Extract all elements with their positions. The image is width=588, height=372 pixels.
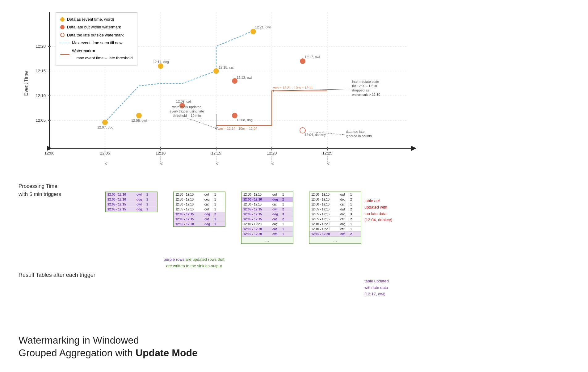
svg-text:dropped as: dropped as	[352, 88, 369, 92]
table-4-row-1: 12:00 - 12:10 owl 1	[309, 192, 361, 197]
legend-label-coral: Data late but within watermark	[67, 23, 121, 31]
svg-text:every trigger using late: every trigger using late	[170, 109, 204, 113]
svg-text:12:15, cat: 12:15, cat	[219, 66, 233, 69]
table-1-row-4: 12:05 - 12:15 dog 1	[106, 207, 157, 212]
result-table-2: 12:00 - 12:10 owl 1 12:00 - 12:10 dog 1 …	[173, 192, 225, 244]
tables-row: 12:00 - 12:10 owl 1 12:00 - 12:10 dog 1 …	[105, 192, 361, 244]
table-1-row-3: 12:05 - 12:15 owl 1	[106, 202, 157, 207]
table-4-dots: ...	[309, 237, 361, 243]
svg-text:12:13, owl: 12:13, owl	[237, 76, 252, 79]
result-tables-label: Result Tables after each trigger	[19, 272, 95, 278]
svg-text:12:15: 12:15	[36, 69, 46, 73]
svg-point-40	[213, 68, 219, 74]
main-title: Watermarking in WindowedGrouped Aggregat…	[19, 334, 198, 360]
svg-line-58	[187, 118, 216, 128]
table-3-row-6: 12:05 - 12:15 cat 2	[242, 217, 293, 222]
table-2-row-4: 12:05 - 12:15 owl 1	[174, 207, 225, 212]
table-4-row-7: 12:10 - 12:20 dog 1	[309, 222, 361, 227]
table-2-row-1: 12:00 - 12:10 owl 1	[174, 192, 225, 197]
purple-note-text: purple rows	[164, 257, 184, 262]
svg-text:threshold = 10 min: threshold = 10 min	[173, 114, 201, 117]
svg-point-36	[158, 63, 163, 69]
trigger-label: Processing Time with 5 min triggers	[19, 182, 61, 198]
result-table-4: 12:00 - 12:10 owl 1 12:00 - 12:10 dog 2 …	[309, 192, 361, 244]
svg-text:wm = 12:21 - 10m = 12:11: wm = 12:21 - 10m = 12:11	[273, 86, 313, 90]
svg-text:data too late,: data too late,	[346, 130, 366, 133]
legend-item-solid: Watermark = max event time -- late thres…	[60, 47, 133, 62]
legend-item-coral: Data late but within watermark	[60, 23, 133, 31]
svg-point-34	[136, 113, 142, 118]
svg-text:12:05: 12:05	[36, 118, 46, 123]
svg-text:12:08, owl: 12:08, owl	[131, 119, 147, 122]
svg-text:12:17, owl: 12:17, owl	[304, 55, 320, 59]
table-3-row-8: 12:10 - 12:20 cat 1	[242, 227, 293, 232]
svg-text:for 12:00 - 12:10: for 12:00 - 12:10	[352, 84, 377, 88]
table-4-row-9: 12:10 - 12:20 owl 2	[309, 232, 361, 237]
not-updated-note: table notupdated withtoo late data(12:04…	[364, 198, 392, 223]
legend-dot-empty	[60, 33, 65, 37]
legend-item-empty: Data too late outside watermark	[60, 32, 133, 39]
table-4-row-4: 12:05 - 12:15 owl 2	[309, 207, 361, 212]
svg-text:12:09, cat: 12:09, cat	[176, 99, 191, 103]
svg-text:12:14, dog: 12:14, dog	[153, 60, 169, 64]
svg-text:ignored in counts: ignored in counts	[346, 134, 372, 138]
table-2-row-5: 12:05 - 12:15 dog 2	[174, 212, 225, 217]
purple-rows-note: purple rows are updated rows thatare wri…	[164, 256, 225, 269]
svg-point-48	[300, 58, 305, 64]
legend-dot-coral	[60, 25, 65, 29]
table-3-row-9: 12:10 - 12:20 owl 1	[242, 232, 293, 237]
legend-label-gold: Data as (event time, word)	[67, 16, 114, 23]
legend-line-solid	[60, 54, 69, 55]
svg-point-46	[250, 29, 256, 34]
table-4-row-6: 12:05 - 12:15 cat 2	[309, 217, 361, 222]
result-table-1: 12:00 - 12:10 owl 1 12:00 - 12:10 dog 1 …	[105, 192, 158, 244]
table-1: 12:00 - 12:10 owl 1 12:00 - 12:10 dog 1 …	[105, 192, 158, 212]
table-3-row-3: 12:00 - 12:10 cat 1	[242, 202, 293, 207]
table-2-row-6: 12:05 - 12:15 cat 1	[174, 217, 225, 222]
updated-note: table updated with late data (12:17, owl…	[364, 278, 389, 297]
main-container: Event Time 12:05 12:10 12:15 12:20 12:00…	[0, 0, 588, 372]
table-4-row-5: 12:05 - 12:15 dog 3	[309, 212, 361, 217]
legend-box: Data as (event time, word) Data late but…	[56, 12, 137, 66]
table-2: 12:00 - 12:10 owl 1 12:00 - 12:10 dog 1 …	[173, 192, 225, 227]
table-4: 12:00 - 12:10 owl 1 12:00 - 12:10 dog 2 …	[309, 192, 361, 244]
svg-text:12:21, owl: 12:21, owl	[255, 25, 271, 29]
svg-text:watermark > 12:10: watermark > 12:10	[352, 93, 380, 96]
table-3: 12:00 - 12:10 owl 1 12:00 - 12:10 dog 2 …	[241, 192, 293, 244]
table-3-row-4: 12:05 - 12:15 owl 2	[242, 207, 293, 212]
svg-text:12:04, donkey: 12:04, donkey	[304, 133, 326, 137]
svg-point-32	[102, 120, 108, 125]
svg-text:12:20: 12:20	[36, 44, 46, 49]
trigger-label-text: Processing Time with 5 min triggers	[19, 182, 61, 198]
legend-label-solid: Watermark = max event time -- late thres…	[72, 47, 133, 62]
table-3-row-7: 12:10 - 12:20 dog 1	[242, 222, 293, 227]
table-3-dots: ...	[242, 237, 293, 243]
svg-text:Event Time: Event Time	[23, 71, 29, 96]
legend-item-gold: Data as (event time, word)	[60, 16, 133, 23]
table-4-row-8: 12:10 - 12:20 cat 1	[309, 227, 361, 232]
table-3-row-1: 12:00 - 12:10 owl 1	[242, 192, 293, 197]
table-2-row-7: 12:10 - 12:20 dog 1	[174, 222, 225, 226]
table-1-row-1: 12:00 - 12:10 owl 1	[106, 192, 157, 197]
table-4-row-3: 12:00 - 12:10 cat 1	[309, 202, 361, 207]
table-4-row-2: 12:00 - 12:10 dog 2	[309, 197, 361, 202]
table-2-row-2: 12:00 - 12:10 dog 1	[174, 197, 225, 202]
svg-text:12:08, dog: 12:08, dog	[237, 118, 253, 122]
svg-text:watermark updated: watermark updated	[172, 105, 201, 109]
svg-text:12:10: 12:10	[36, 93, 46, 98]
svg-text:12:00: 12:00	[44, 151, 55, 155]
table-1-row-2: 12:00 - 12:10 dog 1	[106, 197, 157, 202]
svg-point-44	[232, 113, 237, 118]
legend-dot-gold	[60, 17, 65, 22]
legend-line-dashed	[60, 43, 69, 43]
svg-text:wm = 12:14 - 10m = 12:04: wm = 12:14 - 10m = 12:04	[217, 127, 257, 130]
table-2-row-3: 12:00 - 12:10 cat 1	[174, 202, 225, 207]
svg-text:12:07, dog: 12:07, dog	[97, 125, 113, 129]
svg-text:intermediate state: intermediate state	[352, 80, 379, 83]
table-3-row-2: 12:00 - 12:10 dog 2	[242, 197, 293, 202]
svg-point-50	[300, 128, 305, 133]
table-3-row-5: 12:05 - 12:15 dog 3	[242, 212, 293, 217]
legend-item-dashed: Max event time seen till now	[60, 39, 133, 46]
result-table-3: 12:00 - 12:10 owl 1 12:00 - 12:10 dog 2 …	[241, 192, 293, 244]
legend-label-empty: Data too late outside watermark	[67, 32, 124, 39]
